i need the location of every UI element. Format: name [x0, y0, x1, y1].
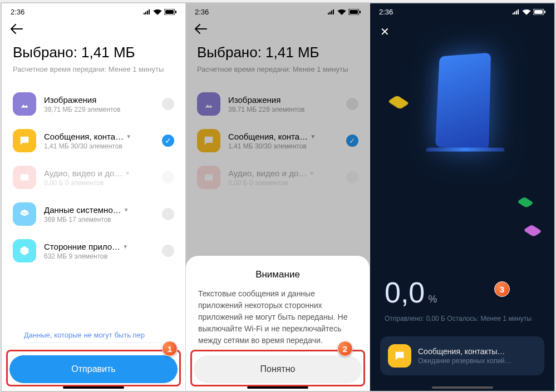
phone-illustration: [426, 53, 499, 165]
checkbox[interactable]: [162, 245, 174, 257]
svg-rect-10: [544, 11, 545, 13]
sheet-title: Внимание: [198, 269, 357, 280]
screen-attention-dialog: 2:36 Выбрано: 1,41 МБ Расчетное время пе…: [186, 3, 370, 391]
messages-icon: [13, 129, 36, 152]
item-media[interactable]: Аудио, видео и до…▼0,00 Б 0 элементов: [13, 159, 174, 196]
item-messages[interactable]: Сообщения, конта…▼1,41 МБ 30/30 элементо…: [13, 122, 174, 159]
close-button[interactable]: ✕: [370, 18, 554, 45]
decor-tile: [517, 197, 534, 208]
svg-rect-7: [205, 175, 213, 181]
checkbox: [346, 98, 358, 110]
decor-tile: [523, 225, 542, 237]
item-apps[interactable]: Сторонние прило…▼632 МБ 9 элементов: [13, 232, 174, 269]
checkbox[interactable]: [162, 208, 174, 220]
images-icon: [13, 92, 36, 116]
status-time: 2:36: [379, 8, 393, 16]
checkbox-checked[interactable]: ✓: [162, 135, 174, 147]
page-title: Выбрано: 1,41 МБ: [186, 42, 370, 64]
unsupported-data-link[interactable]: Данные, которые не могут быть пер: [24, 324, 163, 343]
checkbox[interactable]: [162, 171, 174, 183]
progress-subtitle: Отправлено: 0,00 Б Осталось: Менее 1 мин…: [385, 315, 532, 322]
checkbox: [346, 171, 358, 183]
screen-select-data: 2:36 Выбрано: 1,41 МБ Расчетное время пе…: [2, 3, 186, 391]
svg-rect-3: [21, 175, 29, 181]
messages-icon: [197, 129, 220, 152]
status-bar: 2:36: [370, 3, 554, 18]
chevron-down-icon: ▼: [122, 244, 128, 250]
images-icon: [197, 92, 220, 116]
status-icons: [512, 9, 545, 15]
sheet-body: Текстовые сообщения и данные приложений …: [198, 288, 357, 346]
status-icons: [327, 9, 361, 15]
apps-icon: [13, 239, 36, 262]
transfer-card: Сообщения, контакты… Ожидание резервных …: [380, 336, 544, 375]
home-indicator: [247, 386, 308, 389]
system-icon: [13, 202, 36, 226]
media-icon: [13, 166, 36, 189]
home-indicator: [63, 386, 124, 389]
page-subtitle: Расчетное время передачи: Менее 1 минуты: [186, 64, 370, 86]
checkbox-checked: ✓: [346, 135, 358, 147]
messages-icon: [388, 344, 411, 368]
chevron-down-icon: ▼: [125, 170, 130, 176]
svg-rect-5: [350, 10, 358, 14]
item-images: Изображения39,71 МБ 229 элементов: [197, 86, 358, 122]
send-button[interactable]: Отправить: [9, 355, 178, 383]
home-indicator: [432, 386, 493, 389]
item-system[interactable]: Данные системно…▼369 МБ 17 элементов: [13, 196, 174, 232]
status-time: 2:36: [11, 8, 24, 16]
screen-transfer-progress: 2:36 ✕ 0,0 % 3 Отправлено: 0,00 Б Остало…: [370, 3, 554, 391]
status-icons: [143, 9, 176, 15]
item-messages: Сообщения, конта…▼1,41 МБ 30/30 элементо…: [197, 122, 358, 159]
attention-sheet: Внимание Текстовые сообщения и данные пр…: [186, 256, 370, 391]
status-bar: 2:36: [2, 3, 185, 18]
item-media: Аудио, видео и до…▼0,00 Б 0 элементов: [197, 159, 358, 196]
decor-tile: [387, 95, 409, 110]
chevron-down-icon: ▼: [124, 207, 129, 213]
svg-rect-2: [175, 11, 176, 13]
status-time: 2:36: [195, 8, 209, 16]
media-icon: [197, 166, 220, 189]
step-badge-2: 2: [337, 341, 353, 356]
back-button[interactable]: [186, 18, 370, 42]
back-button[interactable]: [2, 18, 185, 42]
ok-button[interactable]: Понятно: [194, 355, 362, 383]
svg-rect-1: [165, 10, 174, 14]
item-images[interactable]: Изображения39,71 МБ 229 элементов: [13, 86, 174, 122]
page-subtitle: Расчетное время передачи: Менее 1 минуты: [2, 64, 185, 86]
chevron-down-icon: ▼: [126, 133, 131, 140]
step-badge-1: 1: [162, 341, 178, 356]
checkbox[interactable]: [162, 98, 174, 110]
step-badge-3: 3: [494, 281, 510, 297]
svg-rect-9: [534, 10, 543, 14]
page-title: Выбрано: 1,41 МБ: [2, 42, 185, 64]
status-bar: 2:36: [186, 3, 370, 18]
progress-value: 0,0 %: [385, 276, 437, 309]
svg-rect-6: [360, 11, 361, 13]
